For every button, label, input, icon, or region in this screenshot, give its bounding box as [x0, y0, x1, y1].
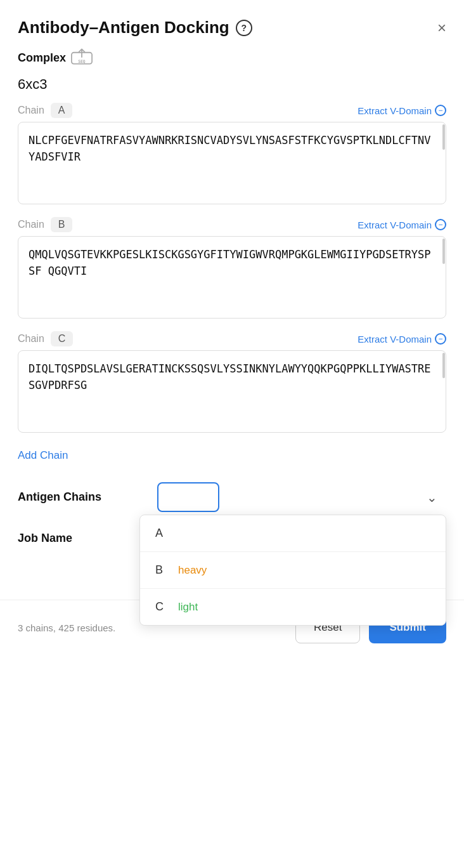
chain-b-badge: B — [51, 217, 73, 232]
add-chain-link[interactable]: Add Chain — [18, 449, 68, 461]
svg-text:SEQ: SEQ — [78, 59, 86, 63]
complex-value: 6xc3 — [18, 76, 446, 93]
extract-v-domain-a[interactable]: Extract V-Domain − — [358, 105, 446, 116]
chain-b-header: Chain B Extract V-Domain − — [18, 217, 446, 232]
chain-b-header-left: Chain B — [18, 217, 72, 232]
chain-a-scrollbar — [441, 122, 446, 207]
chain-a-textarea-wrapper: NLCPFGEVFNATRFASVYAWNRKRISNCVADYSVLYNSAS… — [18, 122, 446, 207]
minus-circle-icon-a: − — [435, 105, 446, 116]
chain-b-textarea-wrapper: QMQLVQSGTEVKKPGESLKISCKGSGYGFITYWIGWVRQM… — [18, 236, 446, 321]
complex-section: Complex SEQ 6xc3 Chain A Extract V-Domai… — [0, 48, 464, 482]
antigen-chains-dropdown: A B heavy C light — [139, 515, 446, 626]
chain-b-textarea[interactable]: QMQLVQSGTEVKKPGESLKISCKGSGYGFITYWIGWVRQM… — [18, 236, 446, 319]
chain-a-badge: A — [51, 103, 73, 118]
page-title: Antibody–Antigen Docking — [18, 18, 229, 37]
minus-circle-icon-c: − — [435, 333, 446, 345]
chain-block-c: Chain C Extract V-Domain − DIQLTQSPDSLAV… — [18, 331, 446, 435]
header: Antibody–Antigen Docking ? × — [0, 0, 464, 48]
chain-b-scrollbar — [441, 236, 446, 321]
dropdown-value-b: heavy — [178, 564, 207, 577]
dropdown-key-c: C — [155, 600, 178, 614]
antigen-chains-label: Antigen Chains — [18, 490, 157, 504]
footer-info: 3 chains, 425 residues. — [18, 622, 115, 633]
extract-v-domain-c[interactable]: Extract V-Domain − — [358, 333, 446, 345]
antigen-select-wrapper: A B heavy C light ⌄ — [157, 482, 446, 512]
chain-a-textarea[interactable]: NLCPFGEVFNATRFASVYAWNRKRISNCVADYSVLYNSAS… — [18, 122, 446, 204]
add-chain-section: Add Chain — [18, 445, 446, 475]
extract-v-domain-b[interactable]: Extract V-Domain − — [358, 219, 446, 230]
chain-c-header-left: Chain C — [18, 331, 73, 346]
chain-block-a: Chain A Extract V-Domain − NLCPFGEVFNATR… — [18, 103, 446, 207]
chain-c-header: Chain C Extract V-Domain − — [18, 331, 446, 346]
job-name-label: Job Name — [18, 532, 157, 545]
chevron-down-icon: ⌄ — [427, 490, 437, 505]
close-icon[interactable]: × — [437, 19, 446, 37]
chain-c-textarea-wrapper: DIQLTQSPDSLAVSLGERATINCKSSQSVLYSSINKNYLA… — [18, 350, 446, 435]
chain-c-badge: C — [51, 331, 74, 346]
chain-c-label: Chain — [18, 333, 44, 345]
chain-c-scrollbar — [441, 350, 446, 435]
chain-block-b: Chain B Extract V-Domain − QMQLVQSGTEVKK… — [18, 217, 446, 321]
chain-c-textarea[interactable]: DIQLTQSPDSLAVSLGERATINCKSSQSVLYSSINKNYLA… — [18, 350, 446, 433]
minus-circle-icon-b: − — [435, 219, 446, 230]
app-container: Antibody–Antigen Docking ? × Complex SEQ… — [0, 0, 464, 868]
dropdown-item-b[interactable]: B heavy — [140, 552, 446, 589]
chain-a-header-left: Chain A — [18, 103, 72, 118]
dropdown-key-b: B — [155, 563, 178, 577]
dropdown-item-a[interactable]: A — [140, 515, 446, 552]
dropdown-item-c[interactable]: C light — [140, 589, 446, 625]
dropdown-value-c: light — [178, 601, 198, 614]
antigen-chains-row: Antigen Chains A B heavy C light ⌄ A B h… — [0, 482, 464, 512]
complex-label: Complex SEQ — [18, 48, 446, 69]
chain-a-header: Chain A Extract V-Domain − — [18, 103, 446, 118]
help-icon[interactable]: ? — [236, 20, 252, 36]
complex-text: Complex — [18, 51, 66, 65]
seq-upload-icon[interactable]: SEQ — [71, 48, 93, 69]
antigen-chains-select[interactable]: A B heavy C light — [157, 482, 219, 512]
chain-b-label: Chain — [18, 219, 44, 230]
chain-a-label: Chain — [18, 105, 44, 116]
header-left: Antibody–Antigen Docking ? — [18, 18, 252, 37]
dropdown-key-a: A — [155, 527, 178, 540]
